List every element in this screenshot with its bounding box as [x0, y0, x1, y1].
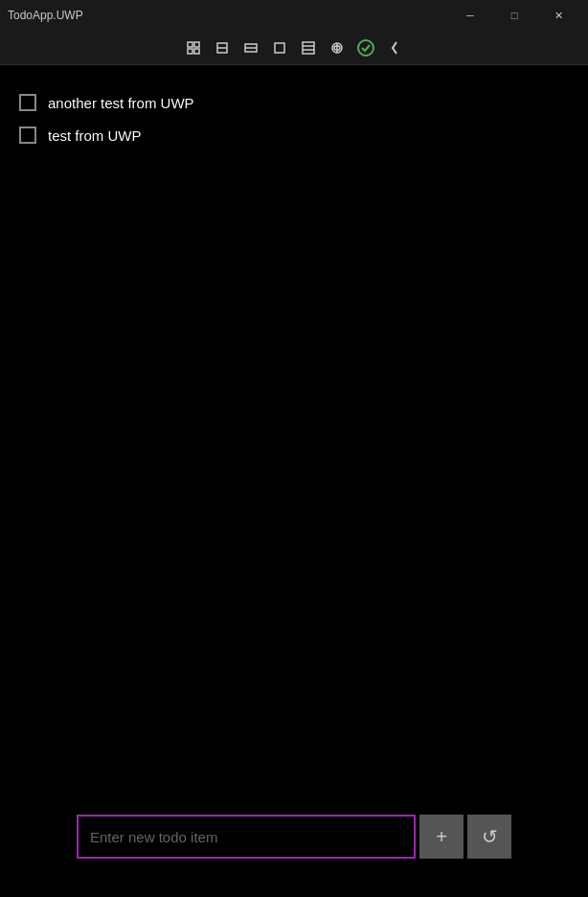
todo-checkbox-1[interactable]	[19, 94, 36, 111]
toolbar-button-back[interactable]	[381, 34, 408, 61]
title-bar: TodoApp.UWP ─ □ ✕	[0, 0, 588, 31]
svg-rect-3	[194, 49, 199, 54]
bottom-bar: + ↺	[0, 815, 588, 859]
svg-rect-8	[275, 43, 284, 53]
svg-rect-9	[303, 42, 314, 54]
window-controls: ─ □ ✕	[448, 0, 580, 31]
close-button[interactable]: ✕	[536, 0, 580, 31]
toolbar-button-5[interactable]	[295, 34, 322, 61]
minimize-button[interactable]: ─	[448, 0, 492, 31]
todo-item-1: another test from UWP	[19, 94, 569, 111]
toolbar	[0, 31, 588, 65]
app-title: TodoApp.UWP	[8, 9, 83, 22]
todo-checkbox-2[interactable]	[19, 126, 36, 144]
svg-rect-2	[188, 49, 192, 54]
toolbar-button-6[interactable]	[324, 34, 351, 61]
maximize-button[interactable]: □	[492, 0, 536, 31]
main-content: another test from UWP test from UWP	[0, 65, 588, 897]
todo-label-2[interactable]: test from UWP	[48, 127, 142, 144]
toolbar-button-2[interactable]	[209, 34, 236, 61]
svg-rect-0	[188, 42, 192, 47]
toolbar-button-3[interactable]	[237, 34, 264, 61]
svg-rect-1	[194, 42, 199, 47]
toolbar-button-4[interactable]	[266, 34, 293, 61]
add-todo-button[interactable]: +	[419, 815, 464, 859]
svg-point-14	[358, 40, 373, 56]
toolbar-button-1[interactable]	[180, 34, 207, 61]
new-todo-input[interactable]	[77, 815, 416, 859]
todo-list: another test from UWP test from UWP	[19, 84, 569, 153]
refresh-button[interactable]: ↺	[467, 815, 511, 859]
toolbar-button-check[interactable]	[352, 34, 379, 61]
todo-label-1[interactable]: another test from UWP	[48, 95, 194, 111]
todo-item-2: test from UWP	[19, 126, 569, 144]
